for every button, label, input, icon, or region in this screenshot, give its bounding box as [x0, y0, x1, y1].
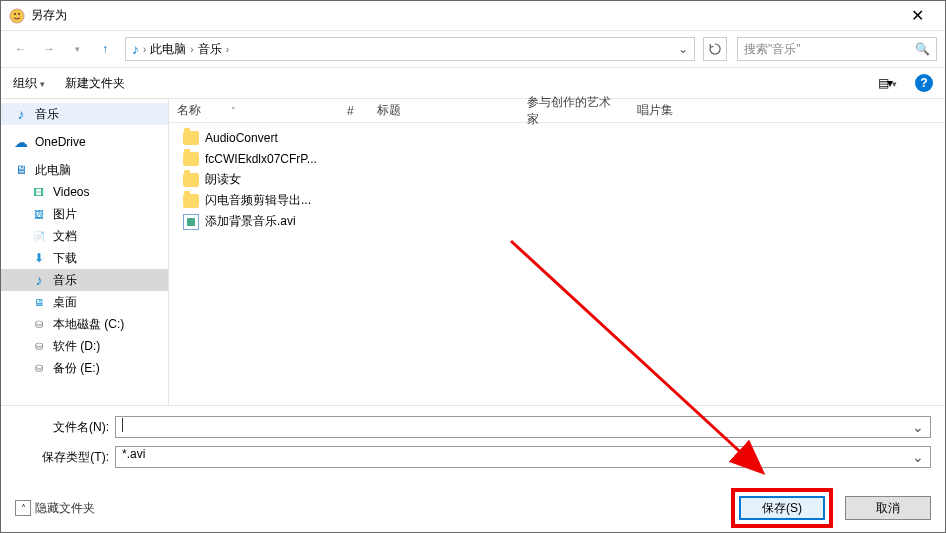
sidebar-label: 此电脑	[35, 162, 71, 179]
back-button[interactable]: ←	[9, 37, 33, 61]
folder-icon	[183, 194, 199, 208]
footer: ˄ 隐藏文件夹 保存(S) 取消	[1, 480, 945, 533]
pc-icon: 🖥	[13, 162, 29, 178]
sidebar-item-music[interactable]: ♪ 音乐	[1, 269, 168, 291]
col-name[interactable]: 名称 ˄	[169, 102, 339, 119]
filetype-select[interactable]: *.avi	[115, 446, 931, 468]
download-icon: ⬇	[31, 250, 47, 266]
file-row[interactable]: fcCWIEkdlx07CFrP...	[169, 148, 945, 169]
file-row[interactable]: AudioConvert	[169, 127, 945, 148]
navbar: ← → ▾ ↑ ♪ › 此电脑 › 音乐 › ⌄ 搜索"音乐" 🔍	[1, 31, 945, 67]
sidebar-item-downloads[interactable]: ⬇ 下载	[1, 247, 168, 269]
folder-icon	[183, 173, 199, 187]
sidebar-label: OneDrive	[35, 135, 86, 149]
up-button[interactable]: ↑	[93, 37, 117, 61]
cancel-button[interactable]: 取消	[845, 496, 931, 520]
app-icon	[9, 8, 25, 24]
chevron-up-icon: ˄	[15, 500, 31, 516]
new-folder-button[interactable]: 新建文件夹	[65, 75, 125, 92]
sidebar-item-videos[interactable]: 🎞 Videos	[1, 181, 168, 203]
chevron-right-icon: ›	[226, 44, 229, 55]
svg-point-1	[14, 13, 16, 15]
sidebar-label: 文档	[53, 228, 77, 245]
file-list: 名称 ˄ # 标题 参与创作的艺术家 唱片集 AudioConvert fcCW…	[169, 99, 945, 405]
sidebar-item-desktop[interactable]: 🖥 桌面	[1, 291, 168, 313]
sidebar-label: 软件 (D:)	[53, 338, 100, 355]
video-file-icon	[183, 214, 199, 230]
sidebar: ♪ 音乐 ☁ OneDrive 🖥 此电脑 🎞 Videos 🖼 图片 📄 文档…	[1, 99, 169, 405]
breadcrumb[interactable]: ♪ › 此电脑 › 音乐 › ⌄	[125, 37, 695, 61]
col-album[interactable]: 唱片集	[629, 102, 945, 119]
pictures-icon: 🖼	[31, 206, 47, 222]
documents-icon: 📄	[31, 228, 47, 244]
main-area: ♪ 音乐 ☁ OneDrive 🖥 此电脑 🎞 Videos 🖼 图片 📄 文档…	[1, 99, 945, 405]
sidebar-label: 备份 (E:)	[53, 360, 100, 377]
cloud-icon: ☁	[13, 134, 29, 150]
view-options-button[interactable]: ▤▾	[878, 76, 895, 90]
sidebar-label: 音乐	[53, 272, 77, 289]
crumb-music[interactable]: 音乐	[198, 41, 222, 58]
desktop-icon: 🖥	[31, 294, 47, 310]
column-headers: 名称 ˄ # 标题 参与创作的艺术家 唱片集	[169, 99, 945, 123]
sidebar-item-disk-d[interactable]: ⛁ 软件 (D:)	[1, 335, 168, 357]
sidebar-item-music-lib[interactable]: ♪ 音乐	[1, 103, 168, 125]
sidebar-item-disk-e[interactable]: ⛁ 备份 (E:)	[1, 357, 168, 379]
help-icon[interactable]: ?	[915, 74, 933, 92]
window-title: 另存为	[31, 7, 897, 24]
toolbar: 组织 新建文件夹 ▤▾ ?	[1, 67, 945, 99]
svg-point-2	[18, 13, 20, 15]
sidebar-label: 本地磁盘 (C:)	[53, 316, 124, 333]
sidebar-label: Videos	[53, 185, 89, 199]
sidebar-label: 图片	[53, 206, 77, 223]
forward-button[interactable]: →	[37, 37, 61, 61]
svg-point-0	[10, 9, 24, 23]
hide-folders-toggle[interactable]: ˄ 隐藏文件夹	[15, 500, 95, 517]
video-icon: 🎞	[31, 184, 47, 200]
chevron-right-icon: ›	[190, 44, 193, 55]
sidebar-item-onedrive[interactable]: ☁ OneDrive	[1, 131, 168, 153]
refresh-button[interactable]	[703, 37, 727, 61]
sidebar-item-disk-c[interactable]: ⛁ 本地磁盘 (C:)	[1, 313, 168, 335]
sidebar-label: 下载	[53, 250, 77, 267]
recent-dropdown[interactable]: ▾	[65, 37, 89, 61]
breadcrumb-dropdown-icon[interactable]: ⌄	[678, 42, 688, 56]
annotation-highlight: 保存(S)	[731, 488, 833, 528]
search-icon: 🔍	[915, 42, 930, 56]
sidebar-label: 桌面	[53, 294, 77, 311]
disk-icon: ⛁	[31, 338, 47, 354]
organize-menu[interactable]: 组织	[13, 75, 45, 92]
col-num[interactable]: #	[339, 104, 369, 118]
file-row[interactable]: 添加背景音乐.avi	[169, 211, 945, 232]
save-fields: 文件名(N): 保存类型(T): *.avi	[1, 405, 945, 480]
col-title[interactable]: 标题	[369, 102, 519, 119]
file-row[interactable]: 闪电音频剪辑导出...	[169, 190, 945, 211]
music-icon: ♪	[132, 41, 139, 57]
music-icon: ♪	[13, 106, 29, 122]
sidebar-item-documents[interactable]: 📄 文档	[1, 225, 168, 247]
folder-icon	[183, 152, 199, 166]
search-input[interactable]: 搜索"音乐" 🔍	[737, 37, 937, 61]
folder-icon	[183, 131, 199, 145]
sidebar-label: 音乐	[35, 106, 59, 123]
crumb-this-pc[interactable]: 此电脑	[150, 41, 186, 58]
filename-input[interactable]	[115, 416, 931, 438]
titlebar: 另存为 ✕	[1, 1, 945, 31]
filetype-label: 保存类型(T):	[15, 449, 115, 466]
disk-icon: ⛁	[31, 316, 47, 332]
chevron-right-icon: ›	[143, 44, 146, 55]
filename-label: 文件名(N):	[15, 419, 115, 436]
close-button[interactable]: ✕	[897, 6, 937, 25]
sidebar-item-pictures[interactable]: 🖼 图片	[1, 203, 168, 225]
music-icon: ♪	[31, 272, 47, 288]
sidebar-item-this-pc[interactable]: 🖥 此电脑	[1, 159, 168, 181]
search-placeholder: 搜索"音乐"	[744, 41, 801, 58]
sort-asc-icon: ˄	[231, 106, 236, 116]
file-row[interactable]: 朗读女	[169, 169, 945, 190]
save-button[interactable]: 保存(S)	[739, 496, 825, 520]
disk-icon: ⛁	[31, 360, 47, 376]
file-rows: AudioConvert fcCWIEkdlx07CFrP... 朗读女 闪电音…	[169, 123, 945, 232]
